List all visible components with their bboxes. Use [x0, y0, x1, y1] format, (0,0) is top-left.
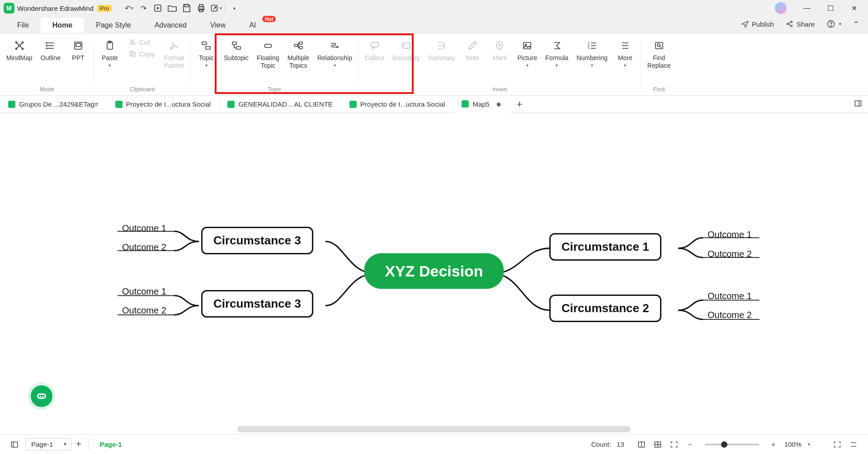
- collapse-panel-button[interactable]: [848, 439, 859, 450]
- central-topic[interactable]: XYZ Decision: [364, 253, 504, 289]
- close-button[interactable]: ✕: [844, 0, 864, 16]
- formula-button[interactable]: Formula▾: [542, 36, 572, 69]
- page-tab-active[interactable]: Page-1: [94, 439, 127, 450]
- copy-button[interactable]: Copy: [124, 48, 160, 60]
- tab-advanced[interactable]: Advanced: [143, 18, 198, 33]
- save-button[interactable]: [180, 2, 193, 14]
- help-button[interactable]: ▾: [823, 18, 845, 30]
- print-button[interactable]: [195, 2, 208, 14]
- floating-topic-button[interactable]: Floating Topic: [253, 36, 283, 70]
- boundary-button[interactable]: Boundary: [389, 36, 424, 63]
- callout-button[interactable]: Callout: [361, 36, 388, 63]
- numbering-button[interactable]: 123Numbering▾: [573, 36, 611, 69]
- tab-page-style[interactable]: Page Style: [84, 18, 142, 33]
- publish-button[interactable]: Publish: [737, 18, 778, 30]
- branch-right-top[interactable]: Circumstance 1: [549, 233, 661, 261]
- view-page-width-button[interactable]: [636, 439, 647, 450]
- ppt-button[interactable]: PPT: [65, 36, 91, 63]
- unsaved-indicator: ●: [496, 99, 501, 109]
- doc-icon: [462, 100, 469, 108]
- undo-button[interactable]: ↶▾: [123, 2, 135, 14]
- export-button[interactable]: ▾: [209, 2, 222, 14]
- tab-ai[interactable]: AI Hot: [237, 18, 268, 33]
- doc-icon: [227, 101, 235, 108]
- status-bar: Page-1 + Page-1 Count: 13 − + 100%▾: [0, 434, 868, 454]
- doc-tab-0[interactable]: Grupos De ...2429&ETag=: [0, 96, 107, 112]
- outline-button[interactable]: Outline: [37, 36, 64, 63]
- picture-button[interactable]: Picture▾: [514, 36, 541, 69]
- svg-point-16: [46, 42, 47, 43]
- find-replace-button[interactable]: Find Replace: [644, 36, 674, 70]
- outcome-rb-1[interactable]: Outcome 1: [708, 291, 752, 301]
- doc-icon: [8, 101, 15, 108]
- share-button[interactable]: Share: [782, 18, 818, 30]
- horizontal-scrollbar[interactable]: [237, 426, 631, 432]
- open-button[interactable]: [166, 2, 179, 14]
- collapse-ribbon-button[interactable]: ⌃: [849, 18, 863, 30]
- mindmap-button[interactable]: MindMap: [3, 36, 36, 63]
- doc-tab-4[interactable]: Map5●: [453, 96, 510, 113]
- svg-rect-34: [299, 47, 302, 49]
- fullscreen-button[interactable]: [832, 439, 843, 450]
- redo-button[interactable]: ↷: [137, 2, 150, 14]
- branch-right-bot[interactable]: Circumstance 2: [549, 295, 661, 322]
- outcome-lb-1[interactable]: Outcome 1: [122, 286, 166, 297]
- svg-rect-32: [294, 44, 297, 47]
- page-selector[interactable]: Page-1: [25, 438, 71, 450]
- outcome-rb-2[interactable]: Outcome 2: [708, 310, 752, 320]
- doc-tab-2[interactable]: GENERALIDAD... AL CLIENTE: [219, 96, 341, 112]
- more-button[interactable]: More▾: [612, 36, 638, 69]
- ribbon-group-find: Find Replace Find: [641, 33, 677, 95]
- fit-page-button[interactable]: [669, 439, 679, 450]
- paste-button[interactable]: Paste▾: [97, 36, 123, 69]
- group-label-topic: Topic: [268, 86, 281, 94]
- outcome-lt-2[interactable]: Outcome 2: [122, 242, 166, 253]
- minimize-button[interactable]: —: [797, 0, 817, 16]
- view-grid-button[interactable]: [652, 439, 663, 450]
- svg-rect-1: [185, 5, 189, 7]
- svg-point-44: [657, 44, 660, 47]
- maximize-button[interactable]: ☐: [820, 0, 841, 16]
- svg-text:3: 3: [588, 47, 590, 50]
- multiple-topics-button[interactable]: Multiple Topics: [284, 36, 313, 70]
- svg-point-23: [130, 43, 132, 45]
- relationship-button[interactable]: Relationship▾: [314, 36, 356, 69]
- ribbon-group-insert: Callout Boundary Summary Note Mark Pictu…: [359, 33, 641, 95]
- tab-home[interactable]: Home: [41, 18, 84, 33]
- tab-file[interactable]: File: [5, 18, 41, 33]
- branch-left-bot[interactable]: Circumstance 3: [201, 290, 313, 318]
- outcome-rt-1[interactable]: Outcome 1: [708, 229, 752, 240]
- summary-button[interactable]: Summary: [424, 36, 458, 63]
- format-painter-button[interactable]: Format Painter: [160, 36, 188, 70]
- zoom-in-button[interactable]: +: [768, 439, 779, 450]
- note-button[interactable]: Note: [459, 36, 486, 63]
- svg-rect-43: [656, 42, 663, 49]
- new-tab-button[interactable]: +: [513, 98, 526, 111]
- mark-button[interactable]: Mark: [486, 36, 513, 63]
- zoom-value: 100%: [784, 440, 802, 448]
- canvas[interactable]: XYZ Decision Circumstance 1 Circumstance…: [0, 113, 868, 434]
- panel-toggle-button[interactable]: [854, 99, 868, 110]
- outcome-lt-1[interactable]: Outcome 1: [122, 223, 166, 234]
- branch-left-top[interactable]: Circumstance 3: [201, 227, 313, 254]
- zoom-out-button[interactable]: −: [685, 439, 696, 450]
- doc-tab-3[interactable]: Proyecto de I...uctura Social: [341, 96, 454, 112]
- ai-assistant-button[interactable]: [31, 385, 52, 407]
- zoom-slider[interactable]: [705, 444, 759, 445]
- add-page-button[interactable]: +: [77, 439, 89, 450]
- new-button[interactable]: [151, 2, 164, 14]
- qat-more-button[interactable]: ▾: [228, 2, 241, 14]
- doc-icon: [115, 101, 123, 108]
- user-avatar[interactable]: [775, 2, 787, 14]
- outcome-rt-2[interactable]: Outcome 2: [708, 249, 752, 259]
- subtopic-button[interactable]: Subtopic: [220, 36, 252, 63]
- topic-button[interactable]: Topic▾: [193, 36, 219, 69]
- outcome-lb-2[interactable]: Outcome 2: [122, 305, 166, 316]
- cut-button[interactable]: Cut: [124, 36, 160, 48]
- svg-rect-45: [855, 101, 861, 106]
- panel-left-button[interactable]: [9, 439, 20, 450]
- doc-tab-1[interactable]: Proyecto de I...uctura Social: [107, 96, 220, 112]
- svg-rect-54: [11, 442, 17, 447]
- tab-view[interactable]: View: [198, 18, 237, 33]
- svg-rect-31: [265, 44, 271, 47]
